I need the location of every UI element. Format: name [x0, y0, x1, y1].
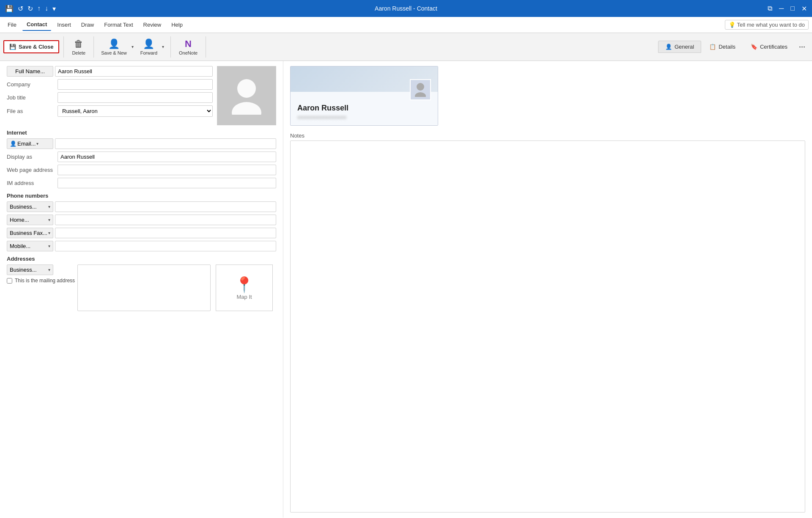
onenote-icon: N [185, 39, 192, 50]
down-icon[interactable]: ↓ [45, 5, 48, 12]
forward-group: 👤 Forward ▾ [137, 36, 166, 58]
business-fax-input[interactable] [55, 228, 276, 238]
tab-general[interactable]: 👤 General [658, 41, 701, 53]
mobile-phone-input[interactable] [55, 241, 276, 251]
display-as-input[interactable] [58, 152, 276, 162]
save-icon[interactable]: 💾 [5, 5, 14, 13]
save-new-dropdown[interactable]: ▾ [130, 36, 136, 58]
job-title-row: Job title [7, 92, 213, 103]
menu-draw[interactable]: Draw [77, 19, 98, 30]
business-phone-input[interactable] [55, 201, 276, 212]
full-name-button[interactable]: Full Name... [7, 66, 53, 77]
save-close-button[interactable]: 💾 Save & Close [3, 40, 59, 53]
menu-insert[interactable]: Insert [53, 19, 75, 30]
restore-icon[interactable]: ⧉ [768, 5, 772, 12]
email-icon: 👤 [10, 141, 16, 147]
company-input[interactable] [58, 79, 213, 90]
job-title-label: Job title [7, 94, 58, 101]
main-content: Full Name... Company Job title File as [0, 61, 812, 518]
menu-bar: File Contact Insert Draw Format Text Rev… [0, 17, 812, 33]
contact-card-header [291, 66, 438, 92]
ribbon-divider-3 [170, 36, 171, 58]
internet-section-header: Internet [7, 130, 276, 136]
email-chevron-icon: ▾ [36, 141, 38, 146]
svg-point-3 [415, 92, 426, 97]
window-title: Aaron Russell - Contact [375, 5, 437, 12]
company-label: Company [7, 81, 58, 88]
mailing-address-checkbox[interactable] [7, 278, 12, 284]
chevron-down-icon-2: ▾ [162, 44, 164, 49]
menu-contact[interactable]: Contact [22, 19, 51, 31]
top-section: Full Name... Company Job title File as [7, 66, 276, 125]
fields-area: Full Name... Company Job title File as [7, 66, 213, 119]
contact-photo[interactable] [217, 66, 276, 125]
mobile-phone-button[interactable]: Mobile... ▾ [7, 241, 53, 251]
person-silhouette [230, 77, 263, 115]
phone-section-header: Phone numbers [7, 193, 276, 199]
ribbon-more-button[interactable]: ··· [796, 41, 809, 53]
business-phone-button[interactable]: Business... ▾ [7, 201, 53, 212]
lightbulb-icon: 💡 [729, 22, 735, 28]
contact-card-name: Aaron Russell [297, 104, 431, 113]
forward-button[interactable]: 👤 Forward [137, 36, 160, 58]
email-input[interactable] [55, 138, 276, 149]
notes-textarea[interactable] [290, 141, 805, 512]
im-address-input[interactable] [58, 178, 276, 188]
address-dropdown-button[interactable]: Business... ▾ [7, 265, 53, 275]
ribbon-tabs: 👤 General 📋 Details 🔖 Certificates ··· [658, 41, 809, 53]
full-name-input[interactable] [55, 66, 213, 77]
chevron-down-icon: ▾ [132, 44, 134, 49]
svg-point-0 [237, 79, 256, 98]
maximize-icon[interactable]: □ [790, 5, 795, 12]
map-it-button[interactable]: 📍 Map It [216, 265, 273, 311]
menu-review[interactable]: Review [139, 19, 166, 30]
up-icon[interactable]: ↑ [37, 5, 41, 12]
email-dropdown-button[interactable]: 👤 Email... ▾ [7, 138, 53, 149]
mailing-address-label: This is the mailing address [7, 278, 75, 284]
home-phone-input[interactable] [55, 215, 276, 225]
ribbon-divider-2 [93, 36, 94, 58]
menu-file[interactable]: File [3, 19, 21, 30]
business-fax-button[interactable]: Business Fax... ▾ [7, 228, 53, 238]
file-as-select[interactable]: Russell, Aaron [58, 105, 213, 117]
minimize-icon[interactable]: ─ [779, 5, 784, 12]
svg-point-1 [232, 102, 261, 115]
menu-help[interactable]: Help [167, 19, 187, 30]
tab-details[interactable]: 📋 Details [702, 41, 743, 53]
email-row: 👤 Email... ▾ [7, 138, 276, 149]
business-chevron-icon: ▾ [48, 204, 50, 209]
title-bar-left: 💾 ↺ ↻ ↑ ↓ ▾ [5, 5, 56, 13]
close-icon[interactable]: ✕ [801, 5, 807, 13]
webpage-label: Web page address [7, 167, 58, 173]
job-title-input[interactable] [58, 92, 213, 103]
home-phone-row: Home... ▾ [7, 215, 276, 225]
fax-chevron-icon: ▾ [48, 231, 50, 235]
contact-card-email: ●●●●●●●●●●●●●●●● [297, 114, 431, 120]
title-bar-right: ⧉ ─ □ ✕ [768, 5, 807, 13]
home-chevron-icon: ▾ [48, 218, 50, 222]
forward-dropdown[interactable]: ▾ [160, 36, 166, 58]
im-address-row: IM address [7, 178, 276, 188]
display-as-row: Display as [7, 152, 276, 162]
webpage-input[interactable] [58, 165, 276, 175]
mobile-phone-row: Mobile... ▾ [7, 241, 276, 251]
address-textarea[interactable] [77, 265, 211, 311]
home-phone-button[interactable]: Home... ▾ [7, 215, 53, 225]
contact-card: Aaron Russell ●●●●●●●●●●●●●●●● [290, 66, 438, 126]
delete-icon: 🗑 [74, 39, 83, 50]
delete-button[interactable]: 🗑 Delete [68, 36, 89, 58]
address-row: Business... ▾ This is the mailing addres… [7, 265, 276, 311]
onenote-button[interactable]: N OneNote [175, 36, 201, 58]
menu-format-text[interactable]: Format Text [100, 19, 137, 30]
file-as-label: File as [7, 108, 58, 114]
certificates-icon: 🔖 [751, 44, 757, 50]
im-address-label: IM address [7, 180, 58, 186]
more-icon[interactable]: ▾ [52, 5, 56, 13]
business-phone-row: Business... ▾ [7, 201, 276, 212]
save-close-icon: 💾 [9, 44, 16, 50]
tab-certificates[interactable]: 🔖 Certificates [743, 41, 795, 53]
undo-icon[interactable]: ↺ [18, 5, 23, 13]
redo-icon[interactable]: ↻ [27, 5, 33, 13]
save-new-button[interactable]: 👤 Save & New [98, 36, 130, 58]
tell-me-box[interactable]: 💡 Tell me what you want to do [725, 20, 809, 30]
